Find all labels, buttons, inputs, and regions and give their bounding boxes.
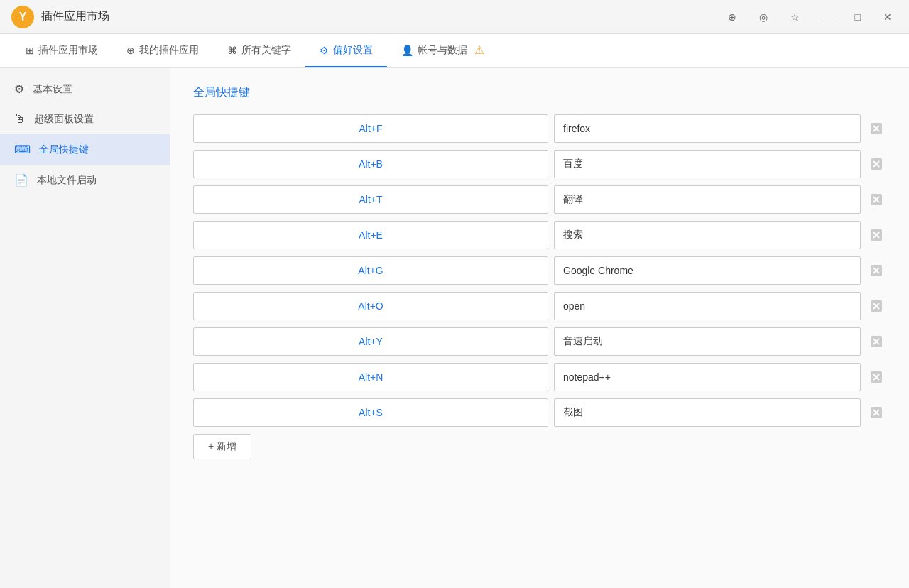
shortcut-row: Alt+Y音速启动 — [193, 327, 886, 356]
nav-item-prefs[interactable]: ⚙ 偏好设置 — [305, 34, 387, 67]
delete-shortcut-button[interactable] — [866, 296, 886, 316]
minimize-button[interactable]: — — [817, 9, 838, 26]
nav-item-market[interactable]: ⊞ 插件应用市场 — [11, 34, 112, 67]
shortcut-row: Alt+Nnotepad++ — [193, 363, 886, 391]
shortcut-key-input[interactable]: Alt+G — [193, 256, 548, 285]
shortcut-key-input[interactable]: Alt+Y — [193, 327, 548, 356]
sidebar-item-basic[interactable]: ⚙ 基本设置 — [0, 74, 170, 104]
shortcut-row: Alt+B百度 — [193, 150, 886, 178]
account-icon: 👤 — [401, 45, 413, 56]
app-logo: Y — [11, 6, 34, 28]
sidebar-item-superpanel[interactable]: 🖱 超级面板设置 — [0, 104, 170, 134]
shortcut-value-input[interactable]: 音速启动 — [554, 327, 861, 356]
shortcut-key-input[interactable]: Alt+S — [193, 398, 548, 427]
title-bar-left: Y 插件应用市场 — [11, 6, 109, 28]
market-icon: ⊞ — [26, 45, 34, 56]
delete-shortcut-button[interactable] — [866, 119, 886, 138]
close-button[interactable]: ✕ — [878, 9, 898, 26]
delete-shortcut-button[interactable] — [866, 367, 886, 387]
delete-shortcut-button[interactable] — [866, 261, 886, 281]
shortcut-value-input[interactable]: open — [554, 292, 861, 320]
star-button[interactable]: ☆ — [785, 9, 805, 26]
shortcut-key-input[interactable]: Alt+E — [193, 221, 548, 249]
shortcut-list: Alt+FfirefoxAlt+B百度Alt+T翻译Alt+E搜索Alt+GGo… — [193, 114, 886, 427]
nav-item-account[interactable]: 👤 帐号与数据 ⚠ — [387, 34, 499, 67]
warning-icon: ⚠ — [474, 43, 484, 57]
sidebar-item-globalkeys[interactable]: ⌨ 全局快捷键 — [0, 134, 170, 165]
shortcuts-icon: ⌘ — [227, 45, 237, 56]
sidebar: ⚙ 基本设置 🖱 超级面板设置 ⌨ 全局快捷键 📄 本地文件启动 — [0, 68, 170, 588]
shortcut-value-input[interactable]: 搜索 — [554, 221, 861, 249]
nav-label-account: 帐号与数据 — [418, 44, 467, 57]
shortcut-key-input[interactable]: Alt+F — [193, 114, 548, 143]
zoom-button[interactable]: ⊕ — [722, 9, 742, 26]
sidebar-label-superpanel: 超级面板设置 — [34, 113, 94, 126]
superpanel-icon: 🖱 — [14, 113, 26, 126]
delete-shortcut-button[interactable] — [866, 225, 886, 245]
nav-label-shortcuts: 所有关键字 — [241, 44, 291, 57]
basic-settings-icon: ⚙ — [14, 82, 24, 96]
shortcut-row: Alt+GGoogle Chrome — [193, 256, 886, 285]
content-area: 全局快捷键 Alt+FfirefoxAlt+B百度Alt+T翻译Alt+E搜索A… — [170, 68, 909, 588]
shortcut-value-input[interactable]: 翻译 — [554, 185, 861, 214]
globalkeys-icon: ⌨ — [14, 143, 31, 156]
shortcut-value-input[interactable]: 截图 — [554, 398, 861, 427]
app-title: 插件应用市场 — [41, 9, 109, 24]
delete-shortcut-button[interactable] — [866, 332, 886, 352]
shortcut-value-input[interactable]: 百度 — [554, 150, 861, 178]
sidebar-label-globalkeys: 全局快捷键 — [39, 143, 89, 156]
shortcut-value-input[interactable]: firefox — [554, 114, 861, 143]
shortcut-row: Alt+Ffirefox — [193, 114, 886, 143]
delete-shortcut-button[interactable] — [866, 403, 886, 423]
nav-label-myapps: 我的插件应用 — [139, 44, 199, 57]
maximize-button[interactable]: □ — [849, 9, 866, 26]
shortcut-row: Alt+T翻译 — [193, 185, 886, 214]
shortcut-value-input[interactable]: notepad++ — [554, 363, 861, 391]
shortcut-key-input[interactable]: Alt+N — [193, 363, 548, 391]
shortcut-row: Alt+Oopen — [193, 292, 886, 320]
nav-label-prefs: 偏好设置 — [333, 44, 373, 57]
sidebar-label-basic: 基本设置 — [33, 83, 72, 96]
settings-button[interactable]: ◎ — [753, 9, 773, 26]
shortcut-key-input[interactable]: Alt+O — [193, 292, 548, 320]
nav-item-myapps[interactable]: ⊕ 我的插件应用 — [112, 34, 213, 67]
title-bar: Y 插件应用市场 ⊕ ◎ ☆ — □ ✕ — [0, 0, 909, 34]
myapps-icon: ⊕ — [126, 45, 135, 56]
localfiles-icon: 📄 — [14, 173, 28, 187]
shortcut-value-input[interactable]: Google Chrome — [554, 256, 861, 285]
delete-shortcut-button[interactable] — [866, 190, 886, 209]
add-shortcut-button[interactable]: + 新增 — [193, 434, 251, 459]
nav-item-shortcuts[interactable]: ⌘ 所有关键字 — [213, 34, 305, 67]
nav-bar: ⊞ 插件应用市场 ⊕ 我的插件应用 ⌘ 所有关键字 ⚙ 偏好设置 👤 帐号与数据… — [0, 34, 909, 68]
sidebar-label-localfiles: 本地文件启动 — [37, 174, 97, 187]
section-title: 全局快捷键 — [193, 85, 886, 100]
shortcut-key-input[interactable]: Alt+T — [193, 185, 548, 214]
nav-label-market: 插件应用市场 — [38, 44, 98, 57]
delete-shortcut-button[interactable] — [866, 154, 886, 174]
sidebar-item-localfiles[interactable]: 📄 本地文件启动 — [0, 165, 170, 195]
main-layout: ⚙ 基本设置 🖱 超级面板设置 ⌨ 全局快捷键 📄 本地文件启动 全局快捷键 A… — [0, 68, 909, 588]
shortcut-row: Alt+S截图 — [193, 398, 886, 427]
title-bar-controls: ⊕ ◎ ☆ — □ ✕ — [722, 9, 898, 26]
shortcut-key-input[interactable]: Alt+B — [193, 150, 548, 178]
shortcut-row: Alt+E搜索 — [193, 221, 886, 249]
prefs-icon: ⚙ — [320, 45, 329, 56]
